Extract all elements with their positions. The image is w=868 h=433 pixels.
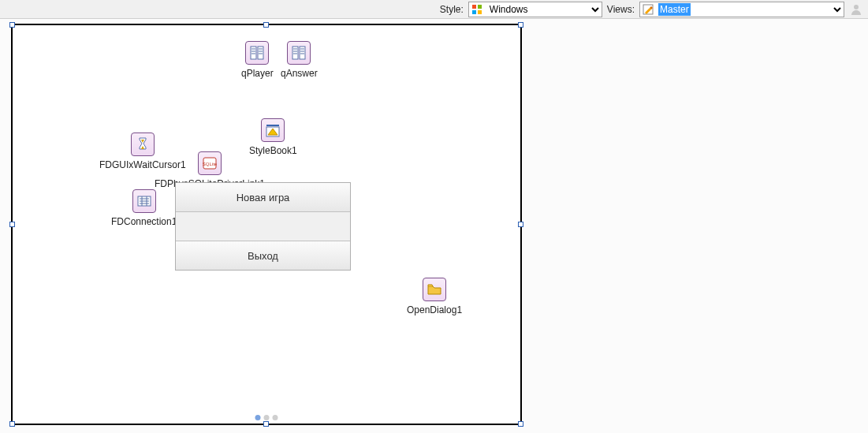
style-label: Style: (440, 4, 464, 15)
resize-handle[interactable] (9, 22, 15, 28)
component-opendialog1[interactable]: OpenDialog1 (407, 278, 462, 315)
page-dots (255, 415, 278, 420)
opendialog-icon (423, 278, 446, 301)
component-qplayer[interactable]: qPlayer (241, 41, 274, 79)
views-label: Views: (607, 4, 635, 15)
component-fdconnection1[interactable]: FDConnection1 (111, 189, 177, 227)
designer-area: qPlayer qAnswer StyleBook1 FDGUIxWaitCur… (0, 19, 868, 433)
component-label: qAnswer (281, 68, 318, 79)
resize-handle[interactable] (9, 222, 15, 227)
svg-rect-9 (300, 47, 305, 59)
dot (264, 415, 270, 420)
menu-panel[interactable]: Новая игра Выход (175, 182, 351, 271)
style-select[interactable]: Windows (468, 2, 602, 17)
component-qanswer[interactable]: qAnswer (281, 41, 318, 79)
user-icon (849, 2, 863, 17)
empty-button[interactable] (176, 212, 350, 241)
resize-handle[interactable] (263, 22, 269, 28)
resize-handle[interactable] (9, 421, 15, 427)
views-select[interactable] (639, 2, 844, 17)
component-label: FDConnection1 (111, 216, 177, 227)
top-toolbar: Style: Windows Views: Master (0, 0, 868, 19)
exit-button[interactable]: Выход (176, 241, 350, 270)
waitcursor-icon (131, 133, 155, 156)
query-icon (245, 41, 269, 65)
svg-point-5 (854, 5, 859, 9)
dot-active (255, 415, 261, 420)
component-label: OpenDialog1 (407, 304, 462, 315)
resize-handle[interactable] (518, 421, 523, 427)
connection-icon (132, 189, 156, 213)
svg-rect-7 (258, 47, 263, 59)
svg-rect-6 (251, 47, 256, 59)
component-label: qPlayer (241, 68, 274, 79)
sqlite-icon: SQLite (198, 151, 222, 175)
svg-text:SQLite: SQLite (203, 162, 218, 166)
svg-rect-8 (292, 47, 298, 59)
form-canvas[interactable]: qPlayer qAnswer StyleBook1 FDGUIxWaitCur… (11, 24, 522, 425)
stylebook-icon (261, 118, 285, 142)
resize-handle[interactable] (263, 421, 269, 427)
new-game-button[interactable]: Новая игра (176, 183, 350, 212)
resize-handle[interactable] (518, 22, 523, 28)
query-icon (287, 41, 311, 65)
dot (273, 415, 278, 420)
component-stylebook1[interactable]: StyleBook1 (249, 118, 297, 156)
resize-handle[interactable] (518, 222, 523, 227)
